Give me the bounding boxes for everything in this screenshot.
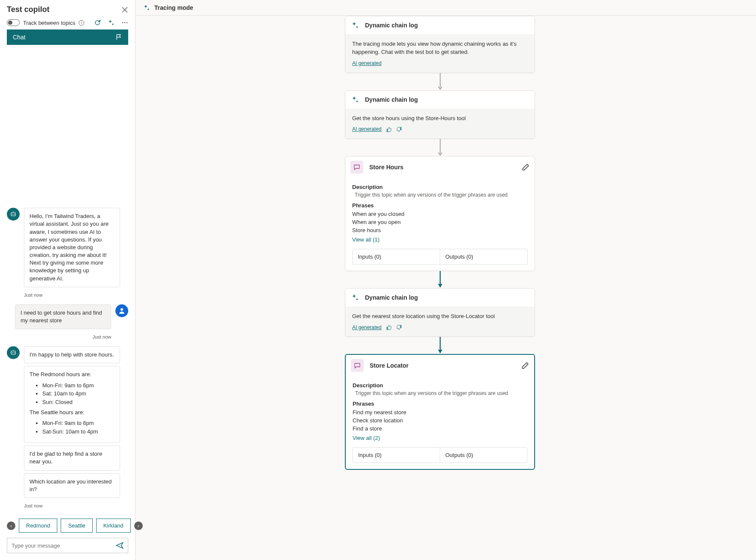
close-icon[interactable] (121, 6, 128, 13)
suggestions-row: ‹ Redmond Seattle Kirkland › (0, 515, 135, 538)
timestamp: Just now (7, 334, 128, 339)
more-icon[interactable] (121, 19, 128, 26)
panel-title: Test copilot (7, 5, 50, 14)
chat-icon (353, 164, 360, 171)
io-row: Inputs (0) Outputs (0) (353, 447, 527, 463)
panel-toolbar: Track between topics i (0, 18, 135, 29)
user-message: I need to get store hours and find my ne… (15, 304, 111, 329)
bot-avatar (7, 346, 20, 359)
connector (440, 139, 441, 156)
refresh-icon[interactable] (94, 19, 101, 26)
description-label: Description (353, 382, 527, 389)
timestamp: Just now (7, 503, 128, 508)
edit-icon[interactable] (521, 362, 529, 369)
chat-icon (354, 362, 361, 369)
chain-log-node[interactable]: Dynamic chain log Get the store hours us… (345, 90, 535, 139)
svg-point-5 (14, 214, 15, 215)
thumbs-up-icon[interactable] (386, 127, 392, 133)
tracing-header: Tracing mode (135, 0, 756, 16)
topic-node-store-locator[interactable]: ✓ Store Locator Description Trigger this… (345, 354, 535, 470)
sparkle-icon[interactable] (108, 19, 115, 26)
suggestions-prev-icon[interactable]: ‹ (7, 522, 15, 530)
io-row: Inputs (0) Outputs (0) (352, 249, 528, 265)
view-all-link[interactable]: View all (1) (352, 236, 379, 243)
ai-generated-row: AI generated (352, 324, 402, 331)
flag-icon[interactable] (115, 34, 122, 41)
phrase-item: When are you open (352, 218, 528, 227)
topic-node-store-hours[interactable]: ✓ Store Hours Description Trigger this t… (345, 156, 535, 271)
info-icon[interactable]: i (79, 20, 84, 26)
bot-message-row: I'm happy to help with store hours. The … (7, 346, 128, 501)
bot-glad-message: I'd be glad to help find a store near yo… (24, 445, 120, 470)
thumbs-down-icon[interactable] (396, 324, 402, 330)
phrase-item: When are you closed (352, 210, 528, 218)
send-icon[interactable] (116, 542, 124, 549)
chain-log-node[interactable]: Dynamic chain log Get the nearest store … (345, 288, 535, 337)
redmond-hours-title: The Redmond hours are: (29, 371, 115, 378)
phrases-label: Phrases (353, 401, 527, 407)
phrase-item: Find a store (353, 425, 527, 433)
view-all-link[interactable]: View all (2) (353, 435, 380, 441)
node-title: Dynamic chain log (365, 22, 418, 29)
node-header: Dynamic chain log (345, 16, 535, 34)
svg-point-1 (124, 22, 126, 24)
bot-which-message: Which location are you interested in? (24, 473, 120, 498)
connector (440, 337, 441, 354)
bot-message-row: Hello, I'm Tailwind Traders, a virtual a… (7, 208, 128, 290)
thumbs-up-icon[interactable] (386, 324, 392, 330)
inputs-cell[interactable]: Inputs (0) (353, 249, 440, 264)
node-body: The tracing mode lets you view how dynam… (345, 34, 535, 73)
node-header: Dynamic chain log (345, 91, 535, 109)
hours-item: Mon-Fri: 9am to 6pm (42, 381, 115, 390)
hours-item: Sat: 10am to 4pm (42, 389, 115, 398)
edit-icon[interactable] (522, 163, 529, 171)
message-input[interactable] (12, 542, 116, 549)
node-text: Get the nearest store location using the… (352, 312, 528, 321)
tracing-title: Tracing mode (154, 4, 193, 11)
thumbs-down-icon[interactable] (396, 127, 402, 133)
bot-avatar (7, 208, 20, 221)
chat-tab[interactable]: Chat (7, 29, 128, 45)
svg-rect-8 (11, 351, 15, 354)
seattle-hours-title: The Seattle hours are: (29, 409, 115, 416)
sparkle-icon (351, 294, 359, 301)
outputs-cell[interactable]: Outputs (0) (440, 249, 527, 264)
svg-point-9 (12, 352, 13, 353)
ai-generated-link[interactable]: AI generated (352, 126, 382, 133)
topic-header: Store Locator (346, 355, 534, 376)
topic-body: Description Trigger this topic when any … (345, 178, 535, 271)
connector (440, 73, 441, 90)
toolbar-right (94, 19, 128, 26)
description-label: Description (352, 184, 528, 190)
svg-rect-3 (11, 212, 15, 216)
outputs-cell[interactable]: Outputs (0) (440, 448, 527, 463)
node-title: Dynamic chain log (365, 96, 418, 103)
inputs-cell[interactable]: Inputs (0) (353, 448, 440, 463)
svg-point-0 (122, 22, 124, 24)
suggestion-kirkland[interactable]: Kirkland (96, 519, 131, 533)
ai-generated-link[interactable]: AI generated (352, 60, 382, 67)
track-label: Track between topics (23, 20, 75, 26)
topic-title: Store Locator (370, 362, 515, 369)
chain-log-node[interactable]: Dynamic chain log The tracing mode lets … (345, 16, 535, 73)
hours-item: Sun: Closed (42, 398, 115, 407)
topic-body: Description Trigger this topic when any … (346, 376, 534, 469)
user-avatar (115, 304, 128, 317)
chat-body: Hello, I'm Tailwind Traders, a virtual a… (0, 45, 135, 515)
phrase-item: Find my nearest store (353, 409, 527, 417)
tracing-canvas[interactable]: Dynamic chain log The tracing mode lets … (135, 16, 756, 560)
node-text: The tracing mode lets you view how dynam… (352, 40, 528, 56)
node-title: Dynamic chain log (365, 294, 418, 301)
ai-generated-link[interactable]: AI generated (352, 324, 382, 331)
description-text: Trigger this topic when any versions of … (355, 390, 527, 396)
suggestion-redmond[interactable]: Redmond (19, 519, 57, 533)
suggestion-seattle[interactable]: Seattle (61, 519, 92, 533)
node-header: Dynamic chain log (345, 289, 535, 307)
phrases-label: Phrases (352, 202, 528, 209)
tracing-panel: Tracing mode Dynamic chain log The traci… (135, 0, 756, 560)
node-text: Get the store hours using the Store-Hour… (352, 115, 528, 123)
sparkle-icon (351, 21, 359, 29)
bot-help-message: I'm happy to help with store hours. (24, 346, 120, 363)
toolbar-left: Track between topics i (7, 19, 84, 26)
track-toggle[interactable] (7, 19, 20, 26)
